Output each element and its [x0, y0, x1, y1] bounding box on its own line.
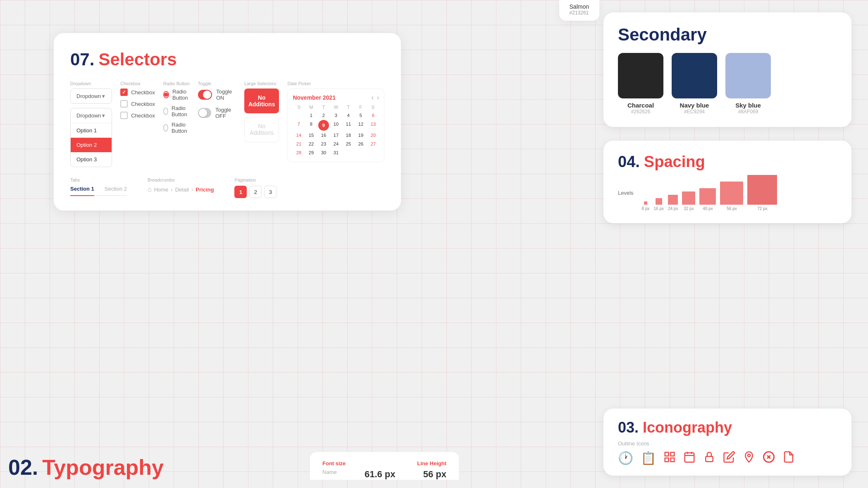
sp-8-label: 8 px	[642, 206, 650, 211]
large-selector-inactive[interactable]: No Additions	[244, 117, 279, 142]
svg-rect-3	[671, 458, 675, 462]
tab-section-1[interactable]: Section 1	[70, 186, 94, 196]
dropdown-open-header[interactable]: Dropdown ▼	[71, 108, 112, 123]
toggle-off-switch[interactable]	[198, 108, 211, 118]
dp-cell-23[interactable]: 23	[317, 140, 329, 148]
large-selector-active[interactable]: No Additions	[244, 89, 279, 113]
tabs-label: Tabs	[70, 177, 127, 182]
sp-8-box	[644, 201, 647, 205]
checkbox-unchecked-box-2	[120, 112, 128, 119]
selectors-title-area: 07. Selectors	[70, 50, 384, 69]
selectors-title: Selectors	[98, 50, 176, 69]
dp-cell-24[interactable]: 24	[330, 140, 342, 148]
date-picker-column: Date Picker November 2021 ‹ › SMT WTF S	[287, 81, 384, 162]
dp-cell-21[interactable]: 21	[293, 140, 305, 148]
spacing-blocks: 8 px 16 px 24 px 32 px 40 px	[642, 175, 777, 211]
font-metrics-header: Font size Line Height	[322, 460, 446, 466]
document-icon: 📋	[641, 451, 656, 465]
dp-cell-12[interactable]: 12	[355, 120, 367, 131]
dp-cell-13[interactable]: 13	[367, 120, 379, 131]
iconography-title-area: 03. Iconography	[618, 419, 837, 436]
dp-cell-20[interactable]: 20	[367, 131, 379, 139]
radio-item-1[interactable]: Radio Button	[163, 89, 190, 101]
dp-cell-25[interactable]: 25	[342, 140, 354, 148]
checkbox-group: ✓ Checkbox Checkbox Checkbox	[120, 89, 155, 119]
dp-cell-8[interactable]: 8	[305, 120, 317, 131]
toggle-on-item[interactable]: Toggle ON	[198, 89, 236, 101]
sp-32: 32 px	[682, 191, 695, 211]
radio-item-3[interactable]: Radio Button	[163, 122, 190, 134]
icons-row: 🕐 📋	[618, 451, 837, 465]
radio-checked-circle	[163, 91, 169, 98]
dp-cell-29[interactable]: 29	[305, 148, 317, 157]
radio-item-2[interactable]: Radio Button	[163, 105, 190, 117]
dropdown-option-2-selected[interactable]: Option 2	[71, 138, 112, 152]
checkbox-item-3[interactable]: Checkbox	[120, 112, 155, 119]
svg-rect-4	[685, 453, 694, 462]
breadcrumb-home[interactable]: Home	[154, 187, 169, 193]
dp-cell-7[interactable]: 7	[293, 120, 305, 131]
dp-cell-11[interactable]: 11	[342, 120, 354, 131]
dp-prev-btn[interactable]: ‹	[372, 94, 374, 101]
radio-2-label: Radio Button	[172, 105, 190, 117]
dropdown-closed[interactable]: Dropdown ▼	[70, 89, 112, 104]
dp-days-header: SMT WTF S	[293, 105, 379, 110]
dp-cell-10[interactable]: 10	[330, 120, 342, 131]
dp-cell-22[interactable]: 22	[305, 140, 317, 148]
dp-cell-28[interactable]: 28	[293, 148, 305, 157]
typography-section: 02. Typography	[8, 455, 265, 480]
toggle-on-switch[interactable]	[198, 90, 212, 100]
dp-cell-15[interactable]: 15	[305, 131, 317, 139]
swatch-charcoal-name: Charcoal	[618, 102, 663, 109]
selectors-number: 07.	[70, 50, 94, 69]
dp-cell-5[interactable]: 5	[355, 111, 367, 120]
dropdown-option-1[interactable]: Option 1	[71, 123, 112, 138]
dp-cell-4[interactable]: 4	[342, 111, 354, 120]
line-height-label: Line Height	[417, 460, 446, 466]
page-btn-1[interactable]: 1	[234, 186, 247, 198]
pagination-group: 1 2 3	[234, 186, 277, 198]
home-icon[interactable]: ⌂	[148, 186, 152, 193]
large-selectors-label: Large Selectors	[244, 81, 279, 86]
toggle-column: Toggle Toggle ON Toggle OFF	[198, 81, 236, 119]
radio-group: Radio Button Radio Button Radio Button	[163, 89, 190, 134]
page-btn-2[interactable]: 2	[249, 186, 262, 198]
dp-next-btn[interactable]: ›	[377, 94, 379, 101]
dp-cell-26[interactable]: 26	[355, 140, 367, 148]
dp-cell-18[interactable]: 18	[342, 131, 354, 139]
dp-cell-30[interactable]: 30	[317, 148, 329, 157]
dp-cell-3[interactable]: 3	[330, 111, 342, 120]
breadcrumb-sep-1: ›	[171, 187, 172, 193]
dp-cell-17[interactable]: 17	[330, 131, 342, 139]
dp-cell-1[interactable]: 1	[305, 111, 317, 120]
checkbox-item-1[interactable]: ✓ Checkbox	[120, 89, 155, 96]
font-size-val: 61.6 px	[365, 469, 396, 480]
line-height-col: Line Height	[417, 460, 446, 466]
dp-cell-14[interactable]: 14	[293, 131, 305, 139]
dp-cell-2[interactable]: 2	[317, 111, 329, 120]
checkbox-item-2[interactable]: Checkbox	[120, 100, 155, 108]
dp-cell-6[interactable]: 6	[367, 111, 379, 120]
dropdown-chevron-icon: ▼	[101, 93, 106, 99]
pagination-label: Pagination	[234, 177, 277, 182]
spacing-title: Spacing	[644, 153, 705, 171]
breadcrumb-detail[interactable]: Detail	[175, 187, 189, 193]
swatch-sky-name: Sky blue	[725, 102, 771, 109]
typography-title-area: 02. Typography	[8, 455, 265, 480]
svg-rect-0	[665, 452, 669, 456]
sp-8: 8 px	[642, 201, 650, 211]
dropdown-option-3[interactable]: Option 3	[71, 152, 112, 167]
tab-section-2[interactable]: Section 2	[105, 186, 127, 195]
dp-cell-31[interactable]: 31	[330, 148, 342, 157]
dp-cell-today[interactable]: 9	[318, 120, 329, 131]
toggle-off-item[interactable]: Toggle OFF	[198, 107, 236, 119]
dp-cell-19[interactable]: 19	[355, 131, 367, 139]
dp-cell-16[interactable]: 16	[317, 131, 329, 139]
radio-label: Radio Button	[163, 81, 190, 86]
font-metrics-values: Name 61.6 px 56 px	[322, 469, 446, 480]
name-label: Name	[322, 469, 337, 475]
page-btn-3[interactable]: 3	[264, 186, 277, 198]
toggle-on-label: Toggle ON	[216, 89, 236, 101]
dp-cell-27[interactable]: 27	[367, 140, 379, 148]
breadcrumb-pricing[interactable]: Pricing	[196, 187, 214, 193]
